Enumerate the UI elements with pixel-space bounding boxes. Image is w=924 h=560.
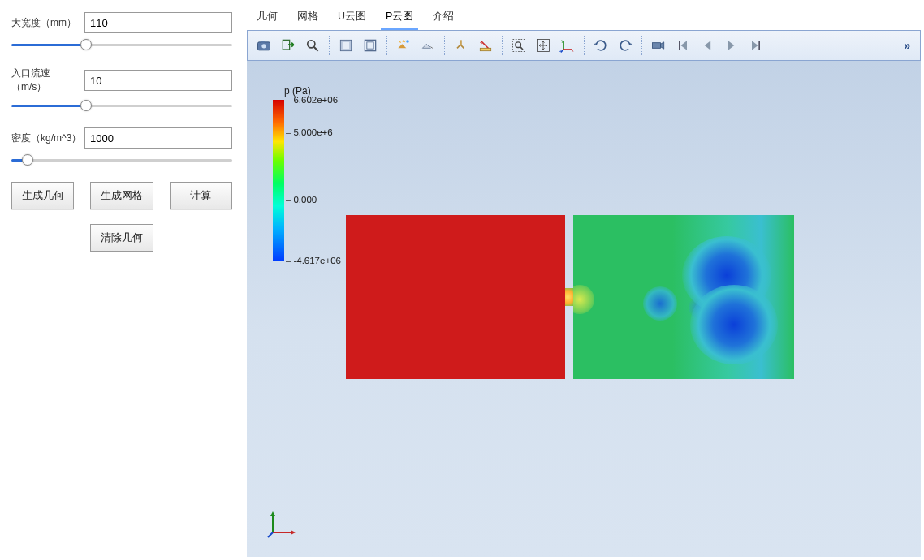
param-input-inlet[interactable] [84,70,232,91]
param-label-inlet: 入口流速（m/s） [11,67,84,94]
zoom-icon[interactable] [301,34,324,57]
svg-rect-8 [365,40,375,50]
shading-icon[interactable] [417,34,439,57]
zoom-box-icon[interactable] [507,34,530,57]
view-toolbar: yxz » [247,30,921,61]
svg-marker-24 [270,511,275,516]
svg-marker-25 [291,530,296,535]
svg-rect-12 [480,48,490,50]
svg-line-15 [520,47,523,50]
toolbar-separator [329,36,330,55]
legend-tick: 6.602e+06 [286,95,338,105]
view-tabs: 几何 网格 U云图 P云图 介绍 [244,0,924,30]
toolbar-separator [386,36,387,55]
param-label-width: 大宽度（mm） [11,16,84,30]
ruler-icon[interactable] [474,34,497,57]
svg-point-1 [261,44,266,48]
downstream-chamber [573,215,794,379]
svg-text:x: x [572,48,574,53]
color-legend: p (Pa) 6.602e+06 5.000e+6 0.000 -4.617e+… [273,85,349,261]
clear-geometry-button[interactable]: 清除几何 [90,224,153,252]
render-solid-icon[interactable] [335,34,357,57]
param-input-width[interactable] [84,12,232,33]
step-back-icon[interactable] [696,34,719,57]
svg-rect-13 [513,40,525,52]
tab-mesh[interactable]: 网格 [296,8,320,25]
svg-point-4 [308,41,315,48]
tab-about[interactable]: 介绍 [431,8,456,25]
tab-p-contour[interactable]: P云图 [384,8,415,25]
play-icon[interactable] [720,34,743,57]
legend-colorbar [273,100,284,261]
toolbar-separator [584,36,585,55]
toolbar-separator [502,36,503,55]
svg-line-23 [268,532,273,537]
generate-mesh-button[interactable]: 生成网格 [90,182,153,209]
export-icon[interactable] [277,34,300,57]
svg-point-14 [516,42,521,48]
svg-line-5 [314,47,318,51]
render-wire-icon[interactable] [359,34,382,57]
svg-rect-11 [460,40,462,45]
orientation-triad-icon [266,506,299,539]
toolbar-separator [641,36,642,55]
legend-ticks: 6.602e+06 5.000e+6 0.000 -4.617e+06 [284,100,349,261]
param-label-density: 密度（kg/m^3） [11,131,84,145]
param-slider-density[interactable] [11,158,232,162]
param-slider-inlet[interactable] [11,104,232,107]
skip-last-icon[interactable] [745,34,767,57]
toolbar-overflow-button[interactable]: » [899,39,915,52]
toolbar-separator [444,36,445,55]
svg-rect-7 [343,42,349,49]
upstream-chamber [346,215,565,379]
svg-rect-20 [653,43,661,49]
param-input-density[interactable] [84,127,232,149]
axes-icon[interactable]: yxz [556,34,579,57]
camera-icon[interactable] [647,34,670,57]
param-slider-width[interactable] [11,43,232,46]
pressure-contour [346,215,796,379]
rotate-ccw-icon[interactable] [614,34,637,57]
generate-geometry-button[interactable]: 生成几何 [11,182,74,209]
render-viewport[interactable]: p (Pa) 6.602e+06 5.000e+6 0.000 -4.617e+… [247,61,921,557]
skip-first-icon[interactable] [671,34,694,57]
svg-rect-9 [367,42,373,49]
screenshot-icon[interactable] [253,34,275,57]
tab-geometry[interactable]: 几何 [255,8,279,25]
svg-point-10 [406,40,409,43]
compute-button[interactable]: 计算 [170,182,232,209]
lighting-icon[interactable] [392,34,415,57]
legend-tick: 0.000 [286,195,317,205]
svg-rect-2 [261,41,265,43]
legend-tick: -4.617e+06 [286,256,341,265]
pan-icon[interactable] [532,34,555,57]
clear-icon[interactable] [450,34,473,57]
legend-tick: 5.000e+6 [286,127,333,137]
tab-u-contour[interactable]: U云图 [336,8,368,25]
rotate-cw-icon[interactable] [589,34,612,57]
